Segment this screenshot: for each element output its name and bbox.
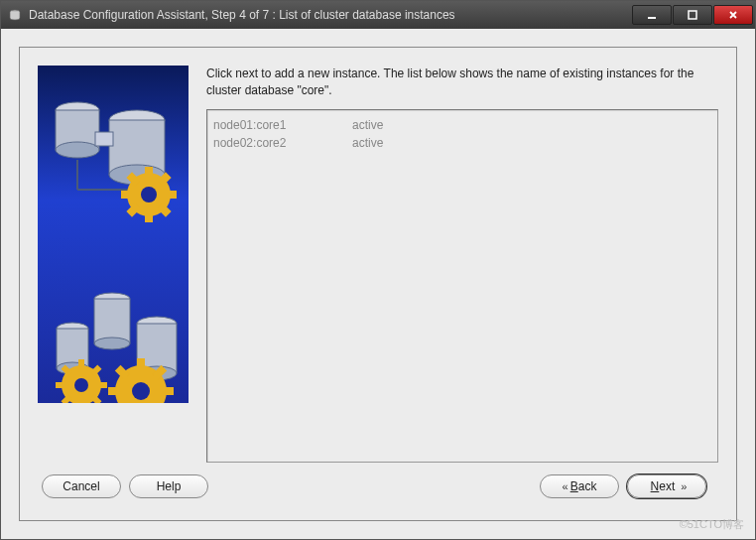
svg-point-25: [94, 338, 130, 349]
svg-rect-17: [165, 191, 177, 199]
svg-point-41: [74, 378, 88, 392]
next-button[interactable]: Next »: [627, 474, 706, 498]
svg-rect-33: [78, 359, 84, 369]
main-area: Click next to add a new instance. The li…: [38, 66, 718, 463]
svg-rect-34: [78, 401, 84, 403]
svg-rect-15: [145, 210, 153, 222]
chevron-left-icon: «: [563, 480, 565, 492]
instance-status: active: [352, 134, 711, 152]
instruction-text: Click next to add a new instance. The li…: [206, 66, 718, 99]
svg-rect-36: [97, 382, 107, 388]
svg-rect-2: [689, 11, 696, 19]
svg-point-51: [132, 382, 150, 400]
svg-rect-1: [648, 17, 656, 19]
instance-status: active: [352, 116, 711, 134]
window-controls: [632, 5, 753, 25]
list-item[interactable]: node01:core1 active: [213, 116, 711, 134]
maximize-button[interactable]: [673, 5, 712, 25]
svg-rect-46: [161, 387, 174, 395]
window: Database Configuration Assistant, Step 4…: [0, 0, 756, 540]
svg-rect-24: [94, 299, 130, 343]
watermark: ©51CTO博客: [680, 517, 744, 532]
instance-list[interactable]: node01:core1 active node02:core2 active: [206, 109, 718, 463]
titlebar: Database Configuration Assistant, Step 4…: [1, 1, 755, 29]
instance-name: node02:core2: [213, 134, 352, 152]
svg-rect-35: [56, 382, 65, 388]
svg-rect-16: [121, 191, 133, 199]
help-button[interactable]: Help: [129, 474, 208, 498]
app-icon: [7, 7, 23, 23]
list-item[interactable]: node02:core2 active: [213, 134, 711, 152]
svg-rect-43: [137, 358, 145, 371]
window-title: Database Configuration Assistant, Step 4…: [29, 8, 632, 22]
inner-panel: Click next to add a new instance. The li…: [19, 47, 737, 521]
svg-rect-9: [95, 132, 113, 146]
instance-name: node01:core1: [213, 116, 352, 134]
back-button[interactable]: « Back: [540, 474, 619, 498]
svg-point-5: [56, 142, 99, 158]
cancel-button[interactable]: Cancel: [42, 474, 121, 498]
close-button[interactable]: [713, 5, 753, 25]
chevron-right-icon: »: [681, 480, 683, 492]
svg-rect-14: [145, 167, 153, 179]
minimize-button[interactable]: [632, 5, 672, 25]
content-area: Click next to add a new instance. The li…: [1, 29, 755, 539]
button-bar: Cancel Help « Back Next »: [38, 463, 718, 502]
wizard-illustration: [38, 66, 189, 403]
right-pane: Click next to add a new instance. The li…: [206, 66, 718, 463]
svg-point-22: [141, 187, 157, 202]
svg-rect-45: [108, 387, 121, 395]
